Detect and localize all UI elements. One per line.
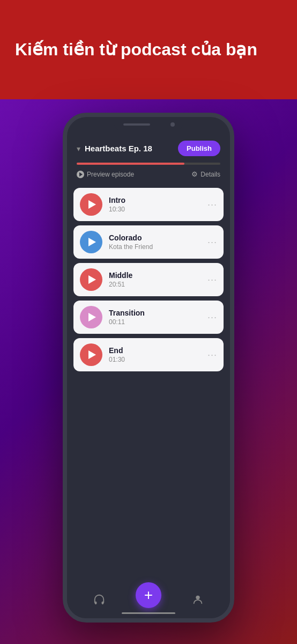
details-label: Details xyxy=(201,171,220,178)
track-info: Intro 10:30 xyxy=(109,196,201,213)
details-button[interactable]: ⚙ Details xyxy=(191,170,220,178)
chevron-down-icon[interactable]: ▾ xyxy=(77,144,80,153)
plus-icon: + xyxy=(144,587,153,604)
track-item: Intro 10:30 ··· xyxy=(73,188,224,221)
episode-title: Heartbeats Ep. 18 xyxy=(85,144,152,153)
svg-rect-1 xyxy=(101,602,103,605)
top-banner: Kiếm tiền từ podcast của bạn xyxy=(0,0,297,99)
person-nav-icon[interactable] xyxy=(192,594,204,605)
more-menu-button[interactable]: ··· xyxy=(207,312,217,323)
bottom-bar-line xyxy=(122,612,175,614)
track-sub: 10:30 xyxy=(109,206,201,213)
play-button-middle[interactable] xyxy=(80,268,102,291)
track-name: Intro xyxy=(109,196,201,204)
more-menu-button[interactable]: ··· xyxy=(207,349,217,361)
play-triangle-icon xyxy=(88,238,96,246)
action-row: Preview episode ⚙ Details xyxy=(67,165,230,184)
fab-add-button[interactable]: + xyxy=(136,582,161,608)
track-name: Middle xyxy=(109,271,201,280)
preview-button[interactable]: Preview episode xyxy=(77,171,134,178)
track-info: Transition 00:11 xyxy=(109,309,201,326)
track-name: Colorado xyxy=(109,233,201,242)
track-list: Intro 10:30 ··· Colorado Kota the Friend… xyxy=(67,184,230,581)
phone-notch xyxy=(114,117,183,132)
gear-icon: ⚙ xyxy=(191,170,198,178)
headphone-icon xyxy=(93,594,105,605)
track-sub: 01:30 xyxy=(109,356,201,363)
track-item: End 01:30 ··· xyxy=(73,338,224,371)
notch-dot xyxy=(170,122,175,127)
person-icon xyxy=(192,594,204,605)
track-item: Middle 20:51 ··· xyxy=(73,263,224,296)
svg-point-2 xyxy=(196,596,200,599)
play-triangle-icon xyxy=(88,350,96,359)
track-info: Colorado Kota the Friend xyxy=(109,233,201,251)
track-sub: 00:11 xyxy=(109,318,201,326)
banner-title: Kiếm tiền từ podcast của bạn xyxy=(15,39,257,60)
track-info: Middle 20:51 xyxy=(109,271,201,288)
play-button-end[interactable] xyxy=(80,343,102,366)
play-triangle-icon xyxy=(88,275,96,284)
phone-content: ▾ Heartbeats Ep. 18 Publish Preview epis… xyxy=(67,132,230,618)
track-name: End xyxy=(109,346,201,355)
header-left: ▾ Heartbeats Ep. 18 xyxy=(77,144,152,153)
play-button-transition[interactable] xyxy=(80,306,102,328)
play-triangle-icon xyxy=(88,313,96,321)
play-triangle-icon xyxy=(88,200,96,209)
notch-bar xyxy=(123,123,150,126)
more-menu-button[interactable]: ··· xyxy=(207,237,217,248)
bottom-navigation: + xyxy=(67,581,230,618)
track-name: Transition xyxy=(109,309,201,317)
headphones-nav-icon[interactable] xyxy=(93,594,105,605)
play-button-colorado[interactable] xyxy=(80,231,102,253)
preview-label: Preview episode xyxy=(87,171,134,178)
more-menu-button[interactable]: ··· xyxy=(207,274,217,286)
scene-background: ▾ Heartbeats Ep. 18 Publish Preview epis… xyxy=(0,99,297,644)
publish-button[interactable]: Publish xyxy=(178,141,220,156)
track-info: End 01:30 xyxy=(109,346,201,363)
phone-mockup: ▾ Heartbeats Ep. 18 Publish Preview epis… xyxy=(63,113,234,623)
more-menu-button[interactable]: ··· xyxy=(207,199,217,210)
preview-play-icon xyxy=(77,171,84,178)
track-item: Transition 00:11 ··· xyxy=(73,301,224,334)
play-button-intro[interactable] xyxy=(80,193,102,216)
track-sub: Kota the Friend xyxy=(109,243,201,251)
track-item: Colorado Kota the Friend ··· xyxy=(73,225,224,259)
phone-header: ▾ Heartbeats Ep. 18 Publish xyxy=(67,132,230,156)
track-sub: 20:51 xyxy=(109,281,201,288)
svg-rect-0 xyxy=(94,602,96,605)
